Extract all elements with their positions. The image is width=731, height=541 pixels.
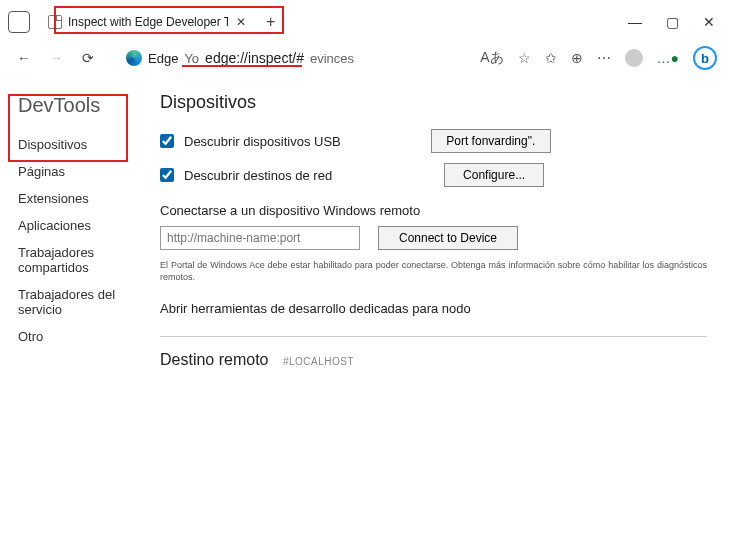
address-area[interactable]: Edge Yo edge://inspect/# evinces [126, 50, 354, 66]
url-text: edge://inspect/# [205, 50, 304, 66]
bing-icon[interactable]: b [693, 46, 717, 70]
profile-icon[interactable] [625, 49, 643, 67]
open-node-devtools-link[interactable]: Abrir herramientas de desarrollo dedicad… [160, 301, 707, 316]
page-heading: Dispositivos [160, 92, 707, 113]
minimize-icon[interactable]: — [628, 14, 642, 30]
sidebar-item-label: Aplicaciones [18, 218, 91, 233]
read-aloud-icon[interactable]: Aあ [480, 49, 503, 67]
sidebar: DevTools Dispositivos Páginas Extensione… [0, 76, 160, 541]
title-bar: Inspect with Edge Developer To ✕ + — ▢ ✕ [0, 0, 731, 40]
url-suffix: evinces [310, 51, 354, 66]
sidebar-item-label: Dispositivos [18, 137, 87, 152]
browser-toolbar: ← → ⟳ Edge Yo edge://inspect/# evinces A… [0, 40, 731, 76]
favorite-star-icon[interactable]: ☆ [518, 50, 531, 66]
refresh-button[interactable]: ⟳ [74, 44, 102, 72]
sidebar-item-trabajadores-compartidos[interactable]: Trabajadores compartidos [18, 239, 154, 281]
sidebar-title: DevTools [18, 94, 154, 117]
sidebar-item-otro[interactable]: Otro [18, 323, 154, 350]
connect-to-device-button[interactable]: Connect to Device [378, 226, 518, 250]
network-checkbox[interactable] [160, 168, 174, 182]
sidebar-item-aplicaciones[interactable]: Aplicaciones [18, 212, 154, 239]
sidebar-item-label: Trabajadores del servicio [18, 287, 115, 317]
maximize-icon[interactable]: ▢ [666, 14, 679, 30]
remote-target-heading: Destino remoto [160, 351, 269, 368]
sidebar-item-extensiones[interactable]: Extensiones [18, 185, 154, 212]
forward-button: → [42, 44, 70, 72]
tab-title: Inspect with Edge Developer To [68, 15, 228, 29]
omnibox[interactable]: Yo edge://inspect/# evinces [184, 50, 354, 66]
sidebar-item-label: Extensiones [18, 191, 89, 206]
close-window-icon[interactable]: ✕ [703, 14, 715, 30]
browser-tab[interactable]: Inspect with Edge Developer To ✕ [40, 7, 254, 37]
extensions-icon[interactable]: ⋯ [597, 50, 611, 66]
url-prefix: Yo [184, 51, 199, 66]
usb-checkbox-label: Descubrir dispositivos USB [184, 134, 341, 149]
divider [160, 336, 707, 337]
port-forwarding-button[interactable]: Port fonvarding". [431, 129, 551, 153]
tab-actions-icon[interactable] [8, 11, 30, 33]
favorites-icon[interactable]: ✩ [545, 50, 557, 66]
sidebar-item-trabajadores-servicio[interactable]: Trabajadores del servicio [18, 281, 154, 323]
sidebar-item-dispositivos[interactable]: Dispositivos [18, 131, 154, 158]
sidebar-item-label: Trabajadores compartidos [18, 245, 94, 275]
sidebar-item-paginas[interactable]: Páginas [18, 158, 154, 185]
new-tab-button[interactable]: + [266, 13, 275, 31]
edge-logo-icon [126, 50, 142, 66]
content-area: Dispositivos Descubrir dispositivos USB … [160, 76, 731, 541]
collections-icon[interactable]: ⊕ [571, 50, 583, 66]
close-tab-icon[interactable]: ✕ [236, 15, 246, 29]
edge-label: Edge [148, 51, 178, 66]
remote-windows-label: Conectarse a un dispositivo Windows remo… [160, 203, 707, 218]
network-checkbox-label: Descubrir destinos de red [184, 168, 332, 183]
sidebar-item-label: Páginas [18, 164, 65, 179]
back-button[interactable]: ← [10, 44, 38, 72]
sidebar-item-label: Otro [18, 329, 43, 344]
machine-name-input[interactable] [160, 226, 360, 250]
remote-target-tag: #LOCALHOST [283, 356, 354, 367]
portal-note: El Portal de Windows Ace debe estar habi… [160, 260, 707, 283]
more-menu-icon[interactable]: …● [657, 50, 679, 66]
page-icon [48, 15, 62, 29]
configure-button[interactable]: Configure... [444, 163, 544, 187]
window-controls: — ▢ ✕ [628, 14, 723, 30]
usb-checkbox[interactable] [160, 134, 174, 148]
